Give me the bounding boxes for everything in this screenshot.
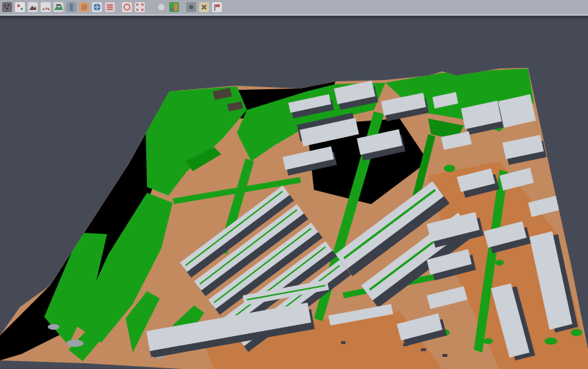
- point-cloud-render: [0, 19, 588, 369]
- raster-icon[interactable]: [78, 1, 90, 13]
- classification-icon[interactable]: [168, 1, 180, 13]
- sphere-clip-icon[interactable]: [156, 1, 167, 13]
- flag-icon[interactable]: [211, 1, 223, 13]
- layers-icon[interactable]: [104, 1, 116, 13]
- dem-icon[interactable]: [53, 1, 64, 13]
- profile-icon[interactable]: [66, 1, 77, 13]
- clear-marks-icon[interactable]: [198, 1, 210, 13]
- pick-point-icon[interactable]: [14, 1, 26, 13]
- application-window: [0, 0, 588, 369]
- circle-target-icon[interactable]: [121, 1, 133, 13]
- point-cloud-icon[interactable]: [1, 1, 13, 13]
- scatter-points-icon[interactable]: [40, 1, 51, 13]
- camera-icon[interactable]: [186, 1, 197, 13]
- fit-extents-icon[interactable]: [134, 1, 146, 13]
- toolbar: [0, 0, 588, 16]
- terrain-mesh-icon[interactable]: [27, 1, 39, 13]
- globe-icon[interactable]: [91, 1, 103, 13]
- 3d-viewport[interactable]: [0, 19, 588, 369]
